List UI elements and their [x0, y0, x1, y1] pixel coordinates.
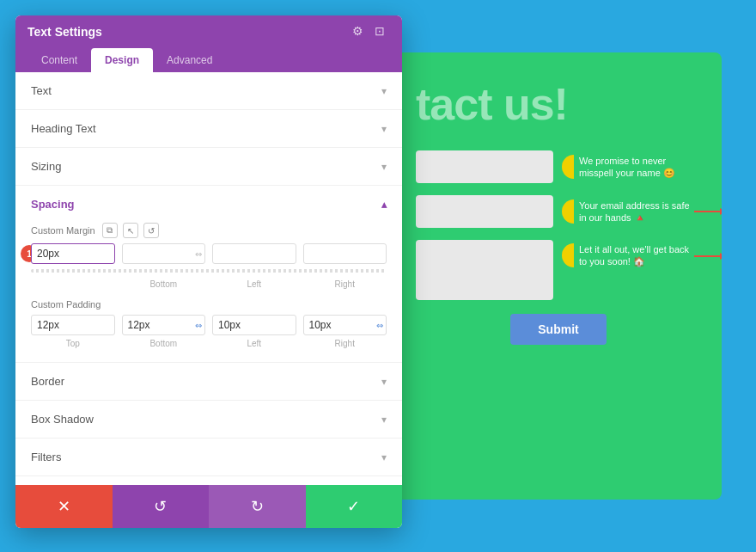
margin-left-input[interactable]	[212, 243, 296, 264]
chevron-sizing: ▾	[381, 161, 387, 173]
arrow-line-2	[694, 211, 722, 212]
custom-margin-label: Custom Margin	[31, 225, 95, 236]
margin-top-sublabel	[31, 279, 115, 289]
padding-bottom-group: ⇔	[122, 315, 206, 335]
name-input[interactable]	[416, 150, 553, 183]
padding-top-sublabel: Top	[31, 339, 115, 348]
tab-content[interactable]: Content	[27, 48, 91, 72]
arrow-3	[694, 255, 722, 257]
padding-bottom-input[interactable]	[122, 315, 206, 335]
spacing-content: Custom Margin ⧉ ↖ ↺ 1	[15, 223, 402, 362]
section-boxshadow-label: Box Shadow	[31, 413, 94, 426]
section-text-label: Text	[31, 84, 52, 97]
arrow-head-3	[720, 253, 722, 260]
padding-right-group: ⇔	[303, 315, 387, 335]
link-margin-icon[interactable]: ⧉	[102, 223, 118, 238]
margin-row: ⇔	[31, 243, 387, 264]
hint-message: Let it all out, we'll get back to you so…	[562, 240, 699, 268]
margin-left-sublabel: Left	[212, 279, 296, 289]
link-icon-padding-h: ⇔	[376, 321, 383, 330]
section-heading: Heading Text ▾	[15, 110, 402, 148]
panel-header: Text Settings ⚙ ⊡	[15, 15, 402, 48]
arrow-head-2	[720, 208, 722, 215]
section-sizing-header[interactable]: Sizing ▾	[15, 148, 402, 185]
section-border: Border ▾	[15, 363, 402, 401]
chevron-filters: ▾	[381, 451, 387, 463]
panel-tabs: Content Design Advanced	[15, 48, 402, 72]
arrow-line-3	[694, 255, 722, 257]
undo-button[interactable]: ↺	[113, 485, 210, 528]
padding-left-input[interactable]	[212, 315, 296, 335]
submit-button[interactable]: Submit	[510, 314, 606, 345]
chevron-heading: ▾	[381, 123, 387, 135]
chevron-spacing: ▴	[381, 199, 387, 211]
message-input[interactable]	[416, 240, 553, 300]
margin-right-input[interactable]	[303, 243, 387, 264]
tab-advanced[interactable]: Advanced	[153, 48, 226, 72]
section-animation-header[interactable]: Animation ▾	[15, 476, 402, 485]
arrow-2	[694, 211, 722, 212]
panel-body: Text ▾ Heading Text ▾ Sizing ▾ Spacing ▴	[15, 72, 402, 485]
cancel-button[interactable]: ✕	[15, 485, 113, 528]
section-spacing-header[interactable]: Spacing ▴	[15, 186, 402, 223]
section-filters-header[interactable]: Filters ▾	[15, 439, 402, 475]
padding-top-group	[31, 315, 115, 335]
email-input[interactable]	[416, 195, 553, 228]
hint-icon-1	[562, 155, 574, 179]
chevron-border: ▾	[381, 376, 387, 388]
hint-text-1: We promise to never misspell your name 😊	[579, 155, 699, 180]
settings-icon[interactable]: ⚙	[352, 24, 368, 40]
form-row-email: Your email address is safe in our hands …	[416, 195, 701, 228]
hint-name: We promise to never misspell your name 😊	[562, 155, 699, 180]
hint-icon-3	[562, 243, 574, 267]
padding-right-input[interactable]	[303, 315, 387, 335]
hint-email: Your email address is safe in our hands …	[562, 199, 699, 224]
padding-top-input[interactable]	[31, 315, 115, 335]
padding-right-sublabel: Right	[303, 339, 387, 348]
contact-card: tact us! We promise to never misspell yo…	[395, 52, 722, 500]
link-icon-bottom: ⇔	[195, 249, 202, 259]
section-heading-label: Heading Text	[31, 122, 96, 135]
spacing-icons: ⧉ ↖ ↺	[102, 223, 159, 238]
margin-label-row: Custom Margin ⧉ ↖ ↺	[31, 223, 387, 238]
section-sizing-label: Sizing	[31, 160, 61, 173]
section-heading-header[interactable]: Heading Text ▾	[15, 110, 402, 147]
hint-text-2: Your email address is safe in our hands …	[579, 199, 699, 224]
margin-bottom-group: ⇔	[122, 243, 206, 264]
section-filters-label: Filters	[31, 451, 61, 463]
margin-right-sublabel: Right	[303, 279, 387, 289]
expand-icon[interactable]: ⊡	[375, 24, 390, 40]
section-sizing: Sizing ▾	[15, 148, 402, 186]
margin-bottom-sublabel: Bottom	[122, 279, 206, 289]
section-animation: Animation ▾	[15, 476, 402, 485]
panel-title: Text Settings	[27, 25, 102, 39]
hint-icon-2	[562, 199, 574, 224]
padding-left-group	[212, 315, 296, 335]
form-row-message: Let it all out, we'll get back to you so…	[416, 240, 701, 300]
settings-panel: Text Settings ⚙ ⊡ Content Design Advance…	[15, 15, 402, 528]
confirm-button[interactable]: ✓	[306, 485, 403, 528]
form-row-name: We promise to never misspell your name 😊	[416, 150, 701, 183]
section-boxshadow: Box Shadow ▾	[15, 401, 402, 439]
margin-sub-labels: Bottom Left Right	[31, 279, 387, 289]
section-spacing: Spacing ▴ Custom Margin ⧉ ↖ ↺ 1	[15, 186, 402, 363]
section-text: Text ▾	[15, 72, 402, 110]
section-boxshadow-header[interactable]: Box Shadow ▾	[15, 401, 402, 438]
padding-sub-labels: Top Bottom Left Right	[31, 339, 387, 348]
reset-margin-icon[interactable]: ↺	[143, 223, 159, 238]
submit-row: Submit	[416, 314, 701, 345]
section-border-header[interactable]: Border ▾	[15, 363, 402, 400]
section-text-header[interactable]: Text ▾	[15, 72, 402, 109]
margin-top-input[interactable]	[31, 243, 115, 264]
redo-button[interactable]: ↻	[209, 485, 306, 528]
contact-title: tact us!	[416, 78, 701, 130]
margin-bottom-input[interactable]	[122, 243, 206, 264]
cursor-margin-icon[interactable]: ↖	[123, 223, 138, 238]
margin-slider-track	[31, 269, 387, 273]
padding-label: Custom Padding	[31, 299, 387, 310]
padding-row: ⇔ ⇔	[31, 315, 387, 335]
chevron-boxshadow: ▾	[381, 414, 387, 426]
chevron-text: ▾	[381, 85, 387, 97]
tab-design[interactable]: Design	[91, 48, 153, 72]
section-filters: Filters ▾	[15, 439, 402, 476]
